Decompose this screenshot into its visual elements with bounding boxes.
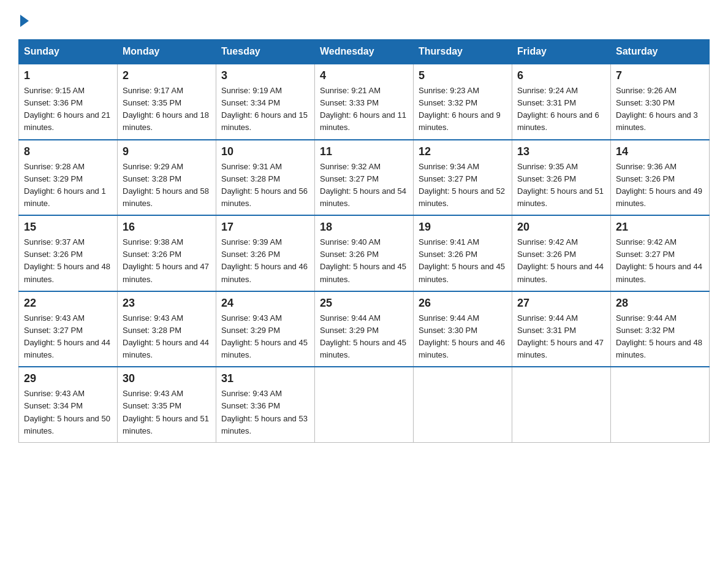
day-number: 3 bbox=[221, 69, 309, 82]
day-info: Sunrise: 9:43 AMSunset: 3:36 PMDaylight:… bbox=[221, 389, 308, 435]
day-number: 4 bbox=[320, 69, 408, 82]
day-number: 6 bbox=[517, 69, 605, 82]
day-info: Sunrise: 9:38 AMSunset: 3:26 PMDaylight:… bbox=[123, 237, 209, 283]
day-info: Sunrise: 9:43 AMSunset: 3:35 PMDaylight:… bbox=[123, 389, 209, 435]
day-number: 24 bbox=[221, 297, 309, 310]
calendar-cell: 4 Sunrise: 9:21 AMSunset: 3:33 PMDayligh… bbox=[315, 64, 414, 140]
day-info: Sunrise: 9:39 AMSunset: 3:26 PMDaylight:… bbox=[221, 237, 308, 283]
day-info: Sunrise: 9:44 AMSunset: 3:32 PMDaylight:… bbox=[616, 313, 702, 359]
day-info: Sunrise: 9:44 AMSunset: 3:29 PMDaylight:… bbox=[320, 313, 406, 359]
calendar-cell: 28 Sunrise: 9:44 AMSunset: 3:32 PMDaylig… bbox=[611, 291, 710, 367]
calendar-cell: 31 Sunrise: 9:43 AMSunset: 3:36 PMDaylig… bbox=[216, 367, 315, 442]
calendar-cell: 19 Sunrise: 9:41 AMSunset: 3:26 PMDaylig… bbox=[414, 215, 512, 291]
calendar-week-row: 1 Sunrise: 9:15 AMSunset: 3:36 PMDayligh… bbox=[19, 64, 710, 140]
day-info: Sunrise: 9:43 AMSunset: 3:34 PMDaylight:… bbox=[24, 389, 110, 435]
calendar-cell: 29 Sunrise: 9:43 AMSunset: 3:34 PMDaylig… bbox=[19, 367, 118, 442]
calendar-cell: 6 Sunrise: 9:24 AMSunset: 3:31 PMDayligh… bbox=[512, 64, 611, 140]
logo-arrow-icon bbox=[20, 15, 29, 27]
day-info: Sunrise: 9:43 AMSunset: 3:29 PMDaylight:… bbox=[221, 313, 308, 359]
weekday-header-tuesday: Tuesday bbox=[216, 40, 315, 64]
calendar-cell: 30 Sunrise: 9:43 AMSunset: 3:35 PMDaylig… bbox=[118, 367, 216, 442]
calendar-cell: 23 Sunrise: 9:43 AMSunset: 3:28 PMDaylig… bbox=[118, 291, 216, 367]
day-number: 25 bbox=[320, 297, 408, 310]
day-number: 10 bbox=[221, 145, 309, 158]
weekday-header-saturday: Saturday bbox=[611, 40, 710, 64]
day-info: Sunrise: 9:43 AMSunset: 3:28 PMDaylight:… bbox=[123, 313, 209, 359]
calendar-cell: 3 Sunrise: 9:19 AMSunset: 3:34 PMDayligh… bbox=[216, 64, 315, 140]
day-number: 22 bbox=[24, 297, 112, 310]
calendar-cell: 27 Sunrise: 9:44 AMSunset: 3:31 PMDaylig… bbox=[512, 291, 611, 367]
day-info: Sunrise: 9:44 AMSunset: 3:31 PMDaylight:… bbox=[517, 313, 604, 359]
calendar-cell: 17 Sunrise: 9:39 AMSunset: 3:26 PMDaylig… bbox=[216, 215, 315, 291]
day-info: Sunrise: 9:32 AMSunset: 3:27 PMDaylight:… bbox=[320, 162, 406, 208]
logo bbox=[18, 12, 29, 27]
day-number: 31 bbox=[221, 372, 309, 385]
day-info: Sunrise: 9:17 AMSunset: 3:35 PMDaylight:… bbox=[123, 86, 209, 132]
calendar-cell: 20 Sunrise: 9:42 AMSunset: 3:26 PMDaylig… bbox=[512, 215, 611, 291]
day-info: Sunrise: 9:36 AMSunset: 3:26 PMDaylight:… bbox=[616, 162, 702, 208]
day-info: Sunrise: 9:44 AMSunset: 3:30 PMDaylight:… bbox=[419, 313, 505, 359]
day-number: 29 bbox=[24, 372, 112, 385]
day-number: 12 bbox=[419, 145, 507, 158]
calendar-cell: 2 Sunrise: 9:17 AMSunset: 3:35 PMDayligh… bbox=[118, 64, 216, 140]
page-header bbox=[18, 12, 710, 27]
day-info: Sunrise: 9:37 AMSunset: 3:26 PMDaylight:… bbox=[24, 237, 110, 283]
day-info: Sunrise: 9:28 AMSunset: 3:29 PMDaylight:… bbox=[24, 162, 106, 208]
calendar-cell bbox=[414, 367, 512, 442]
calendar-cell: 10 Sunrise: 9:31 AMSunset: 3:28 PMDaylig… bbox=[216, 140, 315, 216]
calendar-cell bbox=[611, 367, 710, 442]
day-info: Sunrise: 9:24 AMSunset: 3:31 PMDaylight:… bbox=[517, 86, 599, 132]
calendar-cell: 8 Sunrise: 9:28 AMSunset: 3:29 PMDayligh… bbox=[19, 140, 118, 216]
day-number: 1 bbox=[24, 69, 112, 82]
calendar-cell: 18 Sunrise: 9:40 AMSunset: 3:26 PMDaylig… bbox=[315, 215, 414, 291]
day-number: 8 bbox=[24, 145, 112, 158]
calendar-week-row: 15 Sunrise: 9:37 AMSunset: 3:26 PMDaylig… bbox=[19, 215, 710, 291]
day-number: 16 bbox=[123, 221, 211, 234]
day-number: 9 bbox=[123, 145, 211, 158]
calendar-table: SundayMondayTuesdayWednesdayThursdayFrid… bbox=[18, 39, 710, 443]
day-info: Sunrise: 9:40 AMSunset: 3:26 PMDaylight:… bbox=[320, 237, 406, 283]
day-info: Sunrise: 9:41 AMSunset: 3:26 PMDaylight:… bbox=[419, 237, 505, 283]
calendar-cell: 14 Sunrise: 9:36 AMSunset: 3:26 PMDaylig… bbox=[611, 140, 710, 216]
day-number: 20 bbox=[517, 221, 605, 234]
day-number: 11 bbox=[320, 145, 408, 158]
calendar-cell: 26 Sunrise: 9:44 AMSunset: 3:30 PMDaylig… bbox=[414, 291, 512, 367]
calendar-cell: 12 Sunrise: 9:34 AMSunset: 3:27 PMDaylig… bbox=[414, 140, 512, 216]
day-number: 2 bbox=[123, 69, 211, 82]
calendar-week-row: 22 Sunrise: 9:43 AMSunset: 3:27 PMDaylig… bbox=[19, 291, 710, 367]
day-number: 21 bbox=[616, 221, 704, 234]
day-number: 30 bbox=[123, 372, 211, 385]
weekday-header-wednesday: Wednesday bbox=[315, 40, 414, 64]
calendar-cell: 11 Sunrise: 9:32 AMSunset: 3:27 PMDaylig… bbox=[315, 140, 414, 216]
day-info: Sunrise: 9:21 AMSunset: 3:33 PMDaylight:… bbox=[320, 86, 406, 132]
day-number: 14 bbox=[616, 145, 704, 158]
day-info: Sunrise: 9:23 AMSunset: 3:32 PMDaylight:… bbox=[419, 86, 501, 132]
calendar-cell: 5 Sunrise: 9:23 AMSunset: 3:32 PMDayligh… bbox=[414, 64, 512, 140]
day-info: Sunrise: 9:34 AMSunset: 3:27 PMDaylight:… bbox=[419, 162, 505, 208]
day-info: Sunrise: 9:26 AMSunset: 3:30 PMDaylight:… bbox=[616, 86, 698, 132]
day-number: 15 bbox=[24, 221, 112, 234]
day-number: 7 bbox=[616, 69, 704, 82]
weekday-header-monday: Monday bbox=[118, 40, 216, 64]
day-info: Sunrise: 9:35 AMSunset: 3:26 PMDaylight:… bbox=[517, 162, 604, 208]
day-number: 23 bbox=[123, 297, 211, 310]
calendar-cell: 1 Sunrise: 9:15 AMSunset: 3:36 PMDayligh… bbox=[19, 64, 118, 140]
calendar-cell: 16 Sunrise: 9:38 AMSunset: 3:26 PMDaylig… bbox=[118, 215, 216, 291]
day-number: 27 bbox=[517, 297, 605, 310]
day-info: Sunrise: 9:29 AMSunset: 3:28 PMDaylight:… bbox=[123, 162, 209, 208]
calendar-cell: 22 Sunrise: 9:43 AMSunset: 3:27 PMDaylig… bbox=[19, 291, 118, 367]
calendar-cell bbox=[315, 367, 414, 442]
day-number: 19 bbox=[419, 221, 507, 234]
calendar-cell: 24 Sunrise: 9:43 AMSunset: 3:29 PMDaylig… bbox=[216, 291, 315, 367]
calendar-cell: 25 Sunrise: 9:44 AMSunset: 3:29 PMDaylig… bbox=[315, 291, 414, 367]
calendar-header-row: SundayMondayTuesdayWednesdayThursdayFrid… bbox=[19, 40, 710, 64]
day-number: 28 bbox=[616, 297, 704, 310]
weekday-header-sunday: Sunday bbox=[19, 40, 118, 64]
calendar-cell: 13 Sunrise: 9:35 AMSunset: 3:26 PMDaylig… bbox=[512, 140, 611, 216]
calendar-cell: 7 Sunrise: 9:26 AMSunset: 3:30 PMDayligh… bbox=[611, 64, 710, 140]
weekday-header-thursday: Thursday bbox=[414, 40, 512, 64]
day-number: 5 bbox=[419, 69, 507, 82]
calendar-cell: 9 Sunrise: 9:29 AMSunset: 3:28 PMDayligh… bbox=[118, 140, 216, 216]
calendar-week-row: 8 Sunrise: 9:28 AMSunset: 3:29 PMDayligh… bbox=[19, 140, 710, 216]
day-info: Sunrise: 9:31 AMSunset: 3:28 PMDaylight:… bbox=[221, 162, 308, 208]
